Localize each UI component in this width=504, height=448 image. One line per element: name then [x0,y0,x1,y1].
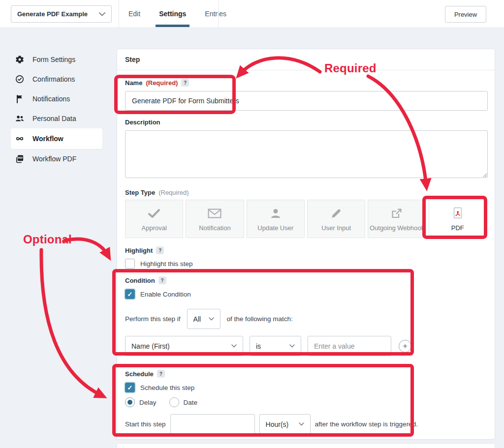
svg-text:PDF: PDF [18,156,23,159]
pdf-icon [452,207,464,220]
condition-logic-row: Perform this step if All of the followin… [125,309,487,329]
condition-prefix-text: Perform this step if [125,315,181,323]
highlight-checkbox-row: Highlight this step [125,259,487,269]
delay-amount-input[interactable] [170,414,255,434]
radio-circle-icon [169,397,179,407]
condition-field-select[interactable]: Name (First) [125,336,243,356]
schedule-help-icon[interactable]: ? [157,370,165,378]
description-textarea[interactable] [125,130,488,178]
delay-unit-select[interactable]: Hour(s) [259,414,311,434]
step-type-approval[interactable]: Approval [125,200,183,238]
schedule-delay-row: Start this step Hour(s) after the workfl… [125,414,487,434]
top-bar: Generate PDF Example Edit Settings Entri… [0,0,504,28]
schedule-checkbox-row: Schedule this step [125,383,487,392]
step-type-required-note: (Required) [158,189,189,196]
condition-suffix-text: of the following match: [227,315,293,323]
preview-button[interactable]: Preview [445,6,486,23]
name-required-note: (Required) [146,79,178,87]
check-icon [148,207,160,220]
chevron-down-icon [289,344,295,348]
schedule-suffix-text: after the workflow step is triggered. [315,420,418,428]
highlight-checkbox-label: Highlight this step [140,260,193,268]
schedule-checkbox-label: Schedule this step [140,384,194,391]
enable-condition-checkbox[interactable] [125,289,135,299]
tab-settings[interactable]: Settings [150,0,195,28]
people-icon [15,114,25,123]
description-label: Description [125,119,160,126]
pencil-icon [330,207,342,220]
sidebar-item-confirmations[interactable]: Confirmations [11,69,102,89]
form-switcher-label: Generate PDF Example [17,10,88,18]
condition-rule-row: Name (First) is + [125,336,487,356]
flag-icon [15,94,25,104]
condition-operator-select[interactable]: is [250,336,301,356]
panel-title: Step [117,49,495,70]
condition-label: Condition [125,277,155,284]
name-help-icon[interactable]: ? [181,79,189,87]
condition-label-row: Condition ? [125,276,487,285]
name-field-label-row: Name (Required) ? [125,78,487,87]
date-radio[interactable]: Date [169,397,198,407]
highlight-help-icon[interactable]: ? [156,246,164,254]
highlight-label: Highlight [125,247,153,254]
settings-sidebar: Form Settings Confirmations Notification… [11,50,102,169]
infinity-icon [15,134,25,144]
step-type-label: Step Type [125,189,155,196]
active-tab-underline [156,25,189,27]
sidebar-item-label: Personal Data [32,115,76,122]
sidebar-item-workflow-pdf[interactable]: PDF Workflow PDF [11,149,102,169]
condition-value-input[interactable] [308,336,391,356]
highlight-checkbox[interactable] [125,259,135,269]
description-label-row: Description [125,118,487,126]
delay-radio[interactable]: Delay [125,397,157,407]
add-condition-button[interactable]: + [399,340,411,353]
tab-edit[interactable]: Edit [119,0,150,28]
step-type-notification[interactable]: Notification [186,200,244,238]
step-settings-panel: Step Name (Required) ? Description Step … [117,49,495,440]
tab-entries[interactable]: Entries [195,0,236,28]
radio-circle-icon [125,397,135,407]
schedule-label: Schedule [125,370,154,378]
chevron-down-icon [231,344,237,348]
optional-to-condition-arrow [65,239,108,255]
optional-to-schedule-arrow [41,250,101,395]
step-type-label-row: Step Type (Required) [125,188,487,197]
chevron-down-icon [99,12,105,16]
user-icon [270,207,282,220]
highlight-label-row: Highlight ? [125,246,487,255]
schedule-prefix-text: Start this step [125,420,166,428]
form-switcher-dropdown[interactable]: Generate PDF Example [11,5,112,23]
sidebar-item-form-settings[interactable]: Form Settings [11,50,102,69]
condition-logic-select[interactable]: All [187,309,220,329]
sidebar-item-workflow[interactable]: Workflow [11,128,102,149]
chevron-down-icon [299,422,304,426]
next-panel-edge [117,443,495,448]
optional-annotation-label: Optional [23,233,72,246]
enable-condition-label: Enable Condition [140,291,191,298]
step-type-update-user[interactable]: Update User [247,200,305,238]
step-type-options: Approval Notification Update User User I… [125,200,487,238]
sidebar-item-label: Workflow [32,135,63,143]
sidebar-item-label: Confirmations [32,75,75,83]
gear-icon [15,55,25,64]
sidebar-item-label: Workflow PDF [32,155,76,163]
sidebar-item-personal-data[interactable]: Personal Data [11,109,102,128]
envelope-icon [208,207,221,220]
sidebar-item-label: Notifications [32,95,70,103]
enable-condition-row: Enable Condition [125,289,487,299]
step-type-pdf[interactable]: PDF [429,200,487,238]
pdf-pages-icon: PDF [15,154,25,164]
external-link-icon [391,207,403,220]
step-type-user-input[interactable]: User Input [307,200,365,238]
sidebar-item-label: Form Settings [32,56,75,63]
sidebar-item-notifications[interactable]: Notifications [11,89,102,109]
name-input[interactable] [125,91,488,111]
tab-separator-right [218,0,219,28]
schedule-label-row: Schedule ? [125,369,487,378]
chevron-down-icon [209,317,214,321]
check-circle-icon [15,74,25,84]
condition-help-icon[interactable]: ? [158,276,166,284]
schedule-checkbox[interactable] [125,383,135,392]
step-type-outgoing-webhook[interactable]: Outgoing Webhook [368,200,426,238]
name-label: Name [125,79,142,87]
